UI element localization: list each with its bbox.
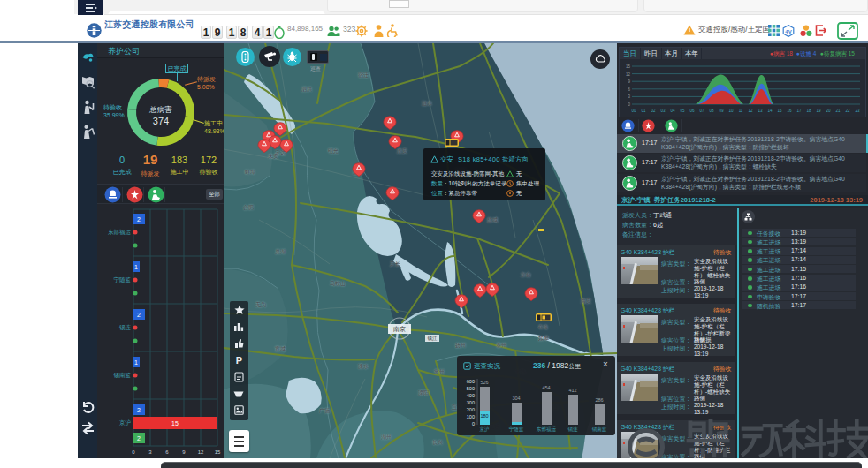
svg-text:宁随监: 宁随监 <box>114 276 132 283</box>
svg-text:3: 3 <box>628 94 630 99</box>
svg-text:23: 23 <box>855 109 860 113</box>
svg-text:4V: 4V <box>785 29 791 34</box>
svg-text:12: 12 <box>626 72 631 77</box>
svg-text:3: 3 <box>148 449 152 455</box>
svg-text:锡南监: 锡南监 <box>592 426 607 433</box>
svg-text:15: 15 <box>215 449 221 455</box>
svg-text:10: 10 <box>728 109 734 113</box>
svg-text:22: 22 <box>845 109 850 113</box>
svg-text:京沪: 京沪 <box>119 419 131 426</box>
svg-text:04: 04 <box>670 109 675 113</box>
svg-text:0: 0 <box>472 421 475 426</box>
svg-text:300: 300 <box>467 400 475 405</box>
svg-text:19: 19 <box>816 109 821 113</box>
svg-text:6: 6 <box>628 87 630 92</box>
svg-text:09: 09 <box>719 109 724 113</box>
svg-text:0: 0 <box>628 102 630 107</box>
svg-text:宁随监: 宁随监 <box>509 426 524 433</box>
svg-text:2: 2 <box>137 435 141 442</box>
svg-text:2: 2 <box>137 407 141 413</box>
svg-text:400: 400 <box>467 393 475 398</box>
svg-text:15: 15 <box>777 109 782 113</box>
svg-text:07: 07 <box>699 109 704 113</box>
svg-text:21: 21 <box>835 109 841 113</box>
svg-text:9: 9 <box>182 449 186 455</box>
svg-text:东部福运: 东部福运 <box>536 426 557 433</box>
svg-text:500: 500 <box>467 386 475 391</box>
svg-text:01: 01 <box>641 109 646 113</box>
svg-text:304: 304 <box>512 396 520 401</box>
svg-text:14: 14 <box>767 109 773 113</box>
svg-text:12: 12 <box>198 449 204 455</box>
svg-text:454: 454 <box>542 385 550 390</box>
svg-text:2: 2 <box>137 312 141 318</box>
svg-text:1: 1 <box>134 359 138 366</box>
svg-text:100: 100 <box>467 414 475 419</box>
svg-text:05: 05 <box>680 109 685 113</box>
svg-text:9: 9 <box>628 79 630 84</box>
svg-text:0: 0 <box>132 449 135 455</box>
svg-text:18: 18 <box>806 109 811 113</box>
svg-text:526: 526 <box>480 380 488 385</box>
svg-text:00: 00 <box>631 109 636 113</box>
svg-text:15: 15 <box>171 420 179 426</box>
svg-text:180: 180 <box>480 413 488 419</box>
svg-text:东部福运: 东部福运 <box>108 229 132 236</box>
svg-text:1: 1 <box>134 264 138 270</box>
svg-text:02: 02 <box>651 109 656 113</box>
svg-text:412: 412 <box>568 388 576 393</box>
svg-text:200: 200 <box>467 407 475 412</box>
svg-text:锡南监: 锡南监 <box>113 372 132 379</box>
svg-text:2: 2 <box>137 216 141 223</box>
svg-text:15: 15 <box>626 64 631 69</box>
svg-text:6: 6 <box>165 449 169 455</box>
svg-text:03: 03 <box>660 109 666 113</box>
svg-text:16: 16 <box>787 109 792 113</box>
svg-text:锡连: 锡连 <box>568 426 579 433</box>
svg-text:600: 600 <box>467 379 475 384</box>
svg-text:11: 11 <box>739 109 743 113</box>
svg-text:京沪: 京沪 <box>480 426 490 433</box>
svg-text:20: 20 <box>826 109 831 113</box>
svg-text:17: 17 <box>796 109 802 113</box>
svg-text:286: 286 <box>595 397 603 403</box>
svg-text:锡连: 锡连 <box>118 324 132 331</box>
svg-text:08: 08 <box>709 109 714 113</box>
svg-text:12: 12 <box>748 109 753 113</box>
svg-text:06: 06 <box>689 109 695 113</box>
svg-text:13: 13 <box>758 109 763 113</box>
